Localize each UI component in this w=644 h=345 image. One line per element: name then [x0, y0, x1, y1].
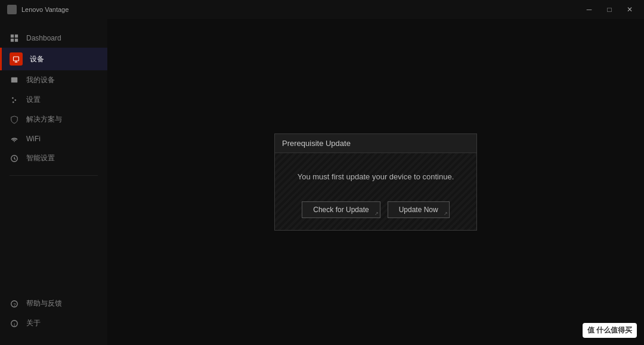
dialog-footer: Check for Update Update Now: [275, 194, 476, 230]
sidebar-item-about[interactable]: i 关于: [0, 313, 107, 333]
grid-icon: [10, 33, 19, 43]
svg-rect-3: [15, 39, 18, 42]
sidebar: Dashboard 设备 我的设备 设置 解决方案与: [0, 19, 107, 345]
info-icon: i: [10, 319, 19, 328]
sidebar-item-label: 帮助与反馈: [26, 299, 62, 309]
maximize-button[interactable]: □: [600, 2, 619, 17]
main-content: Prerequisite Update You must first updat…: [107, 19, 644, 345]
minimize-button[interactable]: ─: [580, 2, 599, 17]
svg-rect-1: [15, 35, 18, 38]
dialog-body: You must first update your device to con…: [275, 153, 476, 195]
sidebar-item-support[interactable]: 解决方案与: [0, 110, 107, 129]
sidebar-divider: [10, 175, 98, 176]
help-icon: ?: [10, 299, 19, 309]
svg-text:?: ?: [13, 302, 16, 307]
device-icon: [10, 76, 19, 85]
sidebar-item-label: WiFi: [26, 135, 41, 143]
smart-icon: [10, 154, 19, 163]
sidebar-item-label: 关于: [26, 318, 41, 328]
svg-rect-4: [14, 57, 19, 61]
shield-icon: [10, 115, 19, 125]
sidebar-item-label: 我的设备: [26, 75, 55, 85]
app-icon: [7, 5, 17, 14]
dialog-message: You must first update your device to con…: [287, 171, 465, 183]
sidebar-item-device[interactable]: 设备: [0, 48, 107, 70]
sidebar-item-label: 设备: [30, 54, 44, 64]
wifi-icon: [10, 134, 19, 144]
svg-point-9: [13, 101, 14, 103]
title-bar-left: Lenovo Vantage: [7, 5, 69, 14]
sidebar-item-feedback[interactable]: ? 帮助与反馈: [0, 294, 107, 313]
watermark: 值 什么值得买: [583, 323, 637, 338]
dialog-title-bar: Prerequisite Update: [275, 134, 476, 153]
sidebar-item-wifi[interactable]: WiFi: [0, 129, 107, 148]
watermark-text: 值 什么值得买: [587, 326, 632, 334]
sliders-icon: [10, 95, 19, 105]
sidebar-item-label: Dashboard: [26, 34, 61, 42]
svg-point-8: [14, 99, 16, 101]
dialog-title: Prerequisite Update: [282, 139, 351, 148]
sidebar-item-label: 解决方案与: [26, 114, 62, 125]
sidebar-nav: Dashboard 设备 我的设备 设置 解决方案与: [0, 25, 107, 172]
close-button[interactable]: ✕: [620, 2, 639, 17]
sidebar-item-smart[interactable]: 智能设置: [0, 148, 107, 168]
sidebar-bottom: ? 帮助与反馈 i 关于: [0, 294, 107, 345]
sidebar-item-label: 设置: [26, 95, 41, 105]
app-title: Lenovo Vantage: [21, 6, 69, 13]
active-indicator: [10, 52, 23, 66]
window-controls: ─ □ ✕: [580, 2, 639, 17]
sidebar-item-label: 智能设置: [26, 153, 55, 163]
sidebar-item-my-device[interactable]: 我的设备: [0, 70, 107, 90]
svg-rect-2: [11, 39, 14, 42]
title-bar: Lenovo Vantage ─ □ ✕: [0, 0, 644, 19]
svg-rect-0: [11, 35, 14, 38]
sidebar-item-settings[interactable]: 设置: [0, 90, 107, 110]
svg-text:i: i: [14, 321, 15, 327]
dialog-overlay: Prerequisite Update You must first updat…: [107, 19, 644, 345]
prerequisite-update-dialog: Prerequisite Update You must first updat…: [274, 133, 477, 231]
svg-point-7: [12, 97, 14, 99]
sidebar-item-dashboard[interactable]: Dashboard: [0, 29, 107, 48]
update-now-button[interactable]: Update Now: [388, 201, 450, 218]
check-for-update-button[interactable]: Check for Update: [302, 201, 380, 218]
